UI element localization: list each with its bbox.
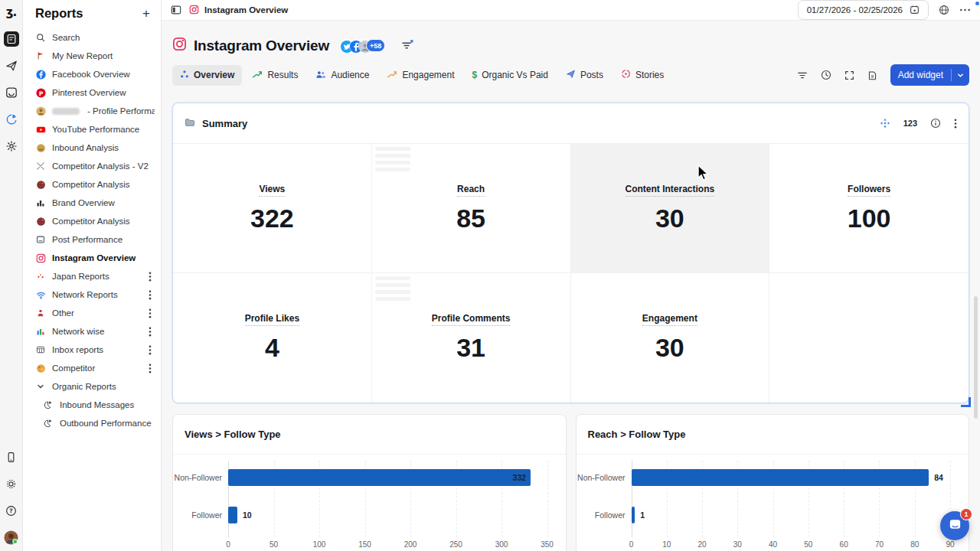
sidebar-item-my-new-report[interactable]: My New Report — [23, 47, 161, 65]
vertical-scrollbar[interactable] — [974, 296, 978, 419]
sidebar-item-inbound-analysis[interactable]: Inbound Analysis — [23, 139, 161, 157]
metric-label: Followers — [848, 184, 890, 197]
rail-analytics-icon[interactable] — [4, 112, 19, 127]
metric-cell-profile-comments[interactable]: Profile Comments31 — [372, 273, 571, 403]
sidebar-item-youtube-performance[interactable]: YouTube Performance — [23, 120, 161, 139]
sidebar-item-inbox-reports[interactable]: Inbox reports — [23, 341, 161, 359]
tab-overview[interactable]: Overview — [172, 65, 242, 86]
item-menu-icon[interactable] — [145, 327, 155, 337]
metric-cell-profile-likes[interactable]: Profile Likes4 — [173, 273, 372, 403]
metric-cell-empty[interactable] — [769, 273, 969, 403]
tab-posts[interactable]: Posts — [558, 65, 611, 86]
tab-organic-vs-paid[interactable]: $Organic Vs Paid — [465, 65, 556, 86]
sidebar-item-network-wise[interactable]: Network wise — [23, 322, 161, 341]
info-icon[interactable] — [930, 118, 941, 129]
metric-cell-views[interactable]: Views322 — [173, 144, 372, 273]
sidebar-item-label: Inbox reports — [52, 345, 139, 354]
summary-header-tools: 123 — [880, 118, 957, 129]
profile-filter-icon[interactable] — [401, 39, 413, 53]
more-profiles-badge[interactable]: +58 — [366, 39, 385, 52]
filter-icon[interactable] — [797, 70, 808, 80]
sidebar-item-competitor-analysis[interactable]: Competitor Analysis — [23, 212, 161, 230]
sidebar-item-inbound-messages[interactable]: Inbound Messages — [23, 396, 161, 414]
add-widget-button[interactable]: Add widget — [890, 64, 969, 86]
profile-avatar-stack[interactable]: +58 — [340, 39, 385, 53]
chevron-down-icon[interactable] — [952, 72, 969, 79]
rail-avatar-icon[interactable] — [4, 530, 19, 545]
item-menu-icon[interactable] — [145, 364, 155, 373]
sidebar-item-post-performance[interactable]: Post Performance — [23, 230, 161, 249]
metric-value: 322 — [250, 204, 294, 233]
sidebar-item-network-reports[interactable]: Network Reports — [23, 285, 161, 304]
new-report-button[interactable]: + — [142, 7, 150, 20]
fullscreen-icon[interactable] — [844, 70, 854, 80]
resize-handle[interactable] — [961, 397, 971, 407]
summary-widget: Summary 123 Views322Reach85Content Inter… — [172, 103, 969, 403]
sidebar-item-competitor-analysis[interactable]: Competitor Analysis — [23, 175, 161, 194]
sidebar-item-facebook-overview[interactable]: Facebook Overview — [23, 65, 161, 83]
x-axis-tick: 90 — [946, 540, 954, 549]
x-axis-tick: 40 — [769, 540, 777, 549]
rail-device-icon[interactable] — [4, 449, 19, 465]
timezone-globe-icon[interactable] — [939, 5, 949, 15]
widget-menu-icon[interactable] — [954, 119, 957, 129]
chat-launcher-button[interactable]: 1 — [940, 511, 969, 540]
globe-orange-icon — [35, 364, 46, 373]
search-icon — [35, 33, 46, 42]
table-icon — [35, 345, 46, 354]
sidebar-item-label: Network wise — [52, 327, 139, 336]
tab-label: Engagement — [402, 70, 454, 80]
sidebar-item-competitor-analysis-v2[interactable]: Competitor Analysis - V2 — [23, 157, 161, 175]
sidebar-item-pinterest-overview[interactable]: PPinterest Overview — [23, 83, 161, 102]
rail-inbox-icon[interactable] — [4, 85, 19, 100]
tab-results-icon — [252, 70, 263, 81]
bar-follower — [632, 507, 635, 523]
report-content: Instagram Overview +58 OverviewResultsAu… — [162, 21, 980, 551]
tab-stories[interactable]: Stories — [613, 65, 671, 86]
rail-settings-icon[interactable] — [4, 139, 19, 154]
date-range-picker[interactable]: 01/27/2026 - 02/25/2026 — [798, 0, 929, 20]
sidebar-item-japan-reports[interactable]: Japan Reports — [23, 267, 161, 285]
metric-cell-content-interactions[interactable]: Content Interactions30 — [571, 144, 770, 273]
sidebar-item-other[interactable]: Other — [23, 304, 161, 322]
metric-cell-engagement[interactable]: Engagement30 — [571, 273, 770, 403]
svg-text:P: P — [38, 90, 43, 96]
sidebar-item-competitor[interactable]: Competitor — [23, 359, 161, 377]
rail-help-icon[interactable]: ? — [4, 503, 19, 518]
x-axis-tick: 70 — [875, 540, 884, 549]
metric-cell-followers[interactable]: Followers100 — [769, 144, 969, 273]
drag-handle-icon[interactable] — [880, 118, 890, 129]
report-tabs: OverviewResultsAudienceEngagement$Organi… — [172, 65, 671, 86]
more-options-icon[interactable] — [959, 8, 971, 12]
sidebar-item-brand-overview[interactable]: Brand Overview — [23, 194, 161, 212]
sidebar-item-outbound-performance[interactable]: Outbound Performance — [23, 414, 161, 432]
category-label: Follower — [173, 507, 222, 523]
metric-cell-reach[interactable]: Reach85 — [372, 144, 571, 273]
item-menu-icon[interactable] — [145, 345, 155, 355]
sidebar-item-instagram-overview[interactable]: Instagram Overview — [23, 249, 161, 267]
tab-engagement-icon — [387, 70, 397, 81]
rail-theme-icon[interactable] — [4, 476, 19, 491]
app-root: ʒ. ? Reports + SearchMy New ReportFacebo… — [0, 0, 980, 551]
facebook-icon — [35, 70, 46, 80]
rail-content-icon[interactable] — [4, 31, 19, 47]
item-menu-icon[interactable] — [145, 290, 155, 300]
tab-audience[interactable]: Audience — [308, 65, 377, 86]
item-menu-icon[interactable] — [145, 272, 155, 282]
summary-title: Summary — [202, 118, 247, 129]
redacted-name — [52, 108, 80, 115]
instagram-icon — [189, 5, 199, 16]
panel-toggle-icon[interactable] — [171, 5, 181, 15]
schedule-clock-icon[interactable] — [821, 70, 831, 80]
rail-logo-icon[interactable]: ʒ. — [4, 5, 19, 20]
export-report-icon[interactable] — [867, 70, 877, 80]
tab-results[interactable]: Results — [244, 65, 305, 86]
sidebar-item-organic-reports[interactable]: Organic Reports — [23, 377, 161, 396]
left-rail: ʒ. ? — [0, 0, 23, 551]
item-menu-icon[interactable] — [145, 308, 155, 318]
rail-publish-icon[interactable] — [4, 58, 19, 73]
sidebar-item-search[interactable]: Search — [23, 28, 161, 47]
instagram-icon — [35, 253, 46, 263]
tab-engagement[interactable]: Engagement — [379, 65, 462, 86]
sidebar-item-profile-performance[interactable]: - Profile Performance — [23, 102, 161, 120]
